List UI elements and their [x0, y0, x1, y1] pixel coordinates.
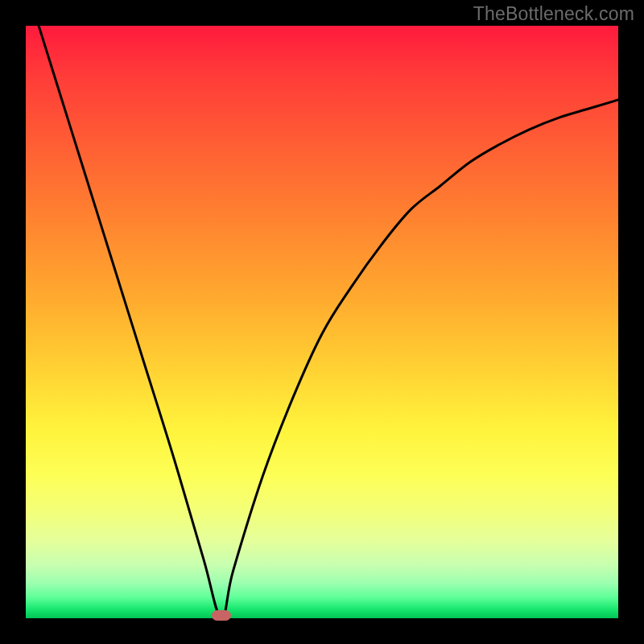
- optimum-marker: [212, 610, 231, 621]
- chart-frame: TheBottleneck.com: [0, 0, 644, 644]
- plot-area: [26, 26, 618, 618]
- bottleneck-curve: [26, 26, 618, 618]
- watermark-text: TheBottleneck.com: [473, 3, 634, 25]
